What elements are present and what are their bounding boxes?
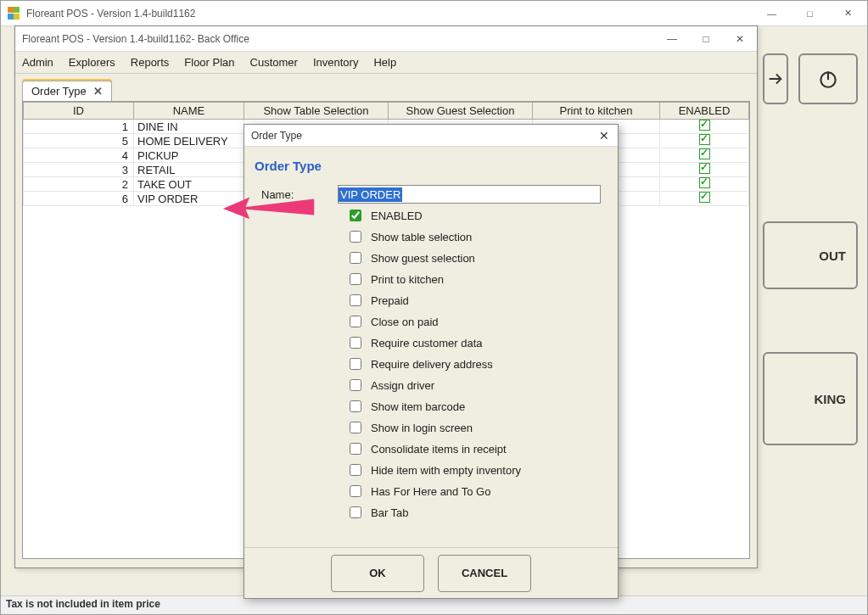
- out-button-label: OUT: [819, 249, 846, 263]
- order-type-dialog: Order Type ✕ Order Type Name: VIP ORDER …: [244, 124, 619, 599]
- cell-id: 1: [24, 120, 134, 134]
- option-label: Show in login screen: [371, 422, 473, 434]
- option-require-customer-data[interactable]: Require customer data: [346, 334, 601, 351]
- cell-id: 3: [24, 163, 134, 177]
- cell-id: 4: [24, 148, 134, 163]
- option-checkbox[interactable]: [350, 316, 361, 327]
- option-assign-driver[interactable]: Assign driver: [346, 377, 601, 394]
- option-prepaid[interactable]: Prepaid: [346, 292, 601, 309]
- name-row: Name: VIP ORDER: [261, 185, 601, 204]
- tab-close-icon[interactable]: ✕: [93, 85, 103, 98]
- check-icon: [699, 192, 710, 203]
- option-has-for-here-and-to-go[interactable]: Has For Here and To Go: [346, 483, 601, 500]
- option-checkbox[interactable]: [350, 443, 361, 455]
- option-show-in-login-screen[interactable]: Show in login screen: [346, 419, 601, 436]
- option-checkbox[interactable]: [350, 273, 361, 285]
- table-header-row: ID NAME Show Table Selection Show Guest …: [24, 103, 749, 120]
- check-icon: [699, 163, 710, 174]
- bo-maximize-button[interactable]: □: [689, 26, 723, 51]
- option-checkbox[interactable]: [350, 379, 361, 391]
- col-enabled[interactable]: ENABLED: [660, 103, 749, 120]
- cell-id: 2: [24, 177, 134, 192]
- col-id[interactable]: ID: [24, 103, 134, 120]
- option-checkbox[interactable]: [350, 358, 361, 370]
- king-button[interactable]: KING: [763, 352, 858, 445]
- option-checkbox[interactable]: [350, 485, 361, 497]
- option-checkbox[interactable]: [350, 210, 361, 221]
- option-checkbox[interactable]: [350, 337, 361, 349]
- name-label: Name:: [261, 188, 329, 201]
- option-label: Print to kitchen: [371, 273, 444, 286]
- back-office-titlebar: Floreant POS - Version 1.4-build1162- Ba…: [15, 26, 757, 52]
- option-show-table-selection[interactable]: Show table selection: [346, 228, 601, 245]
- cell-enabled: [660, 148, 749, 163]
- col-kitchen[interactable]: Print to kitchen: [533, 103, 660, 120]
- main-title: Floreant POS - Version 1.4-build1162: [26, 8, 195, 20]
- bo-close-button[interactable]: ✕: [723, 26, 757, 51]
- option-close-on-paid[interactable]: Close on paid: [346, 313, 601, 330]
- option-enabled[interactable]: ENABLED: [346, 207, 601, 224]
- back-office-title: Floreant POS - Version 1.4-build1162- Ba…: [22, 33, 249, 45]
- cell-name: PICKUP: [134, 148, 244, 163]
- option-show-item-barcode[interactable]: Show item barcode: [346, 398, 601, 415]
- name-input[interactable]: VIP ORDER: [338, 185, 601, 204]
- ok-button[interactable]: OK: [331, 555, 424, 592]
- option-checkbox[interactable]: [350, 464, 361, 476]
- cell-name: VIP ORDER: [134, 192, 244, 206]
- power-button[interactable]: [798, 53, 858, 104]
- col-tablesel[interactable]: Show Table Selection: [244, 103, 389, 120]
- option-label: ENABLED: [371, 210, 423, 222]
- option-label: Require delivery address: [371, 358, 493, 371]
- cell-id: 6: [24, 192, 134, 206]
- cell-enabled: [660, 120, 749, 134]
- dialog-buttons: OK CANCEL: [244, 547, 618, 598]
- option-require-delivery-address[interactable]: Require delivery address: [346, 355, 601, 372]
- arrow-right-button[interactable]: [763, 53, 788, 104]
- tabbar: Order Type ✕: [15, 75, 757, 101]
- bo-minimize-button[interactable]: —: [655, 26, 689, 51]
- option-checkbox[interactable]: [350, 400, 361, 412]
- option-checkbox[interactable]: [350, 422, 361, 433]
- cell-name: TAKE OUT: [134, 177, 244, 192]
- minimize-button[interactable]: —: [753, 1, 791, 25]
- close-button[interactable]: ✕: [829, 1, 867, 25]
- option-checkbox[interactable]: [350, 252, 361, 264]
- out-button[interactable]: OUT: [763, 221, 858, 289]
- check-icon: [699, 177, 710, 188]
- option-hide-item-with-empty-inventory[interactable]: Hide item with empty inventory: [346, 461, 601, 478]
- main-titlebar: Floreant POS - Version 1.4-build1162 — □…: [1, 1, 867, 26]
- check-icon: [699, 120, 710, 131]
- option-bar-tab[interactable]: Bar Tab: [346, 504, 601, 521]
- option-label: Show item barcode: [371, 400, 465, 413]
- tab-order-type[interactable]: Order Type ✕: [22, 81, 112, 101]
- cell-name: HOME DELIVERY: [134, 134, 244, 148]
- menu-inventory[interactable]: Inventory: [313, 56, 358, 69]
- app-icon: [8, 7, 21, 20]
- option-checkbox[interactable]: [350, 231, 361, 243]
- option-consolidate-items-in-receipt[interactable]: Consolidate items in receipt: [346, 440, 601, 457]
- menu-help[interactable]: Help: [373, 56, 396, 69]
- option-checkbox[interactable]: [350, 294, 361, 306]
- cell-id: 5: [24, 134, 134, 148]
- dialog-close-icon[interactable]: ✕: [599, 129, 609, 143]
- cell-enabled: [660, 163, 749, 177]
- maximize-button[interactable]: □: [791, 1, 829, 25]
- menu-reports[interactable]: Reports: [131, 56, 170, 69]
- cancel-button[interactable]: CANCEL: [438, 555, 531, 592]
- cell-name: RETAIL: [134, 163, 244, 177]
- dialog-title: Order Type: [251, 130, 302, 142]
- menu-admin[interactable]: Admin: [22, 56, 53, 69]
- menu-explorers[interactable]: Explorers: [69, 56, 115, 69]
- cell-enabled: [660, 177, 749, 192]
- col-name[interactable]: NAME: [134, 103, 244, 120]
- col-guestsel[interactable]: Show Guest Selection: [389, 103, 533, 120]
- option-label: Show guest selection: [371, 252, 475, 265]
- option-label: Hide item with empty inventory: [371, 464, 521, 477]
- option-print-to-kitchen[interactable]: Print to kitchen: [346, 271, 601, 288]
- option-label: Has For Here and To Go: [371, 485, 490, 498]
- tab-label: Order Type: [31, 85, 87, 98]
- menu-floorplan[interactable]: Floor Plan: [184, 56, 234, 69]
- option-checkbox[interactable]: [350, 506, 361, 518]
- menu-customer[interactable]: Customer: [250, 56, 298, 69]
- option-show-guest-selection[interactable]: Show guest selection: [346, 249, 601, 266]
